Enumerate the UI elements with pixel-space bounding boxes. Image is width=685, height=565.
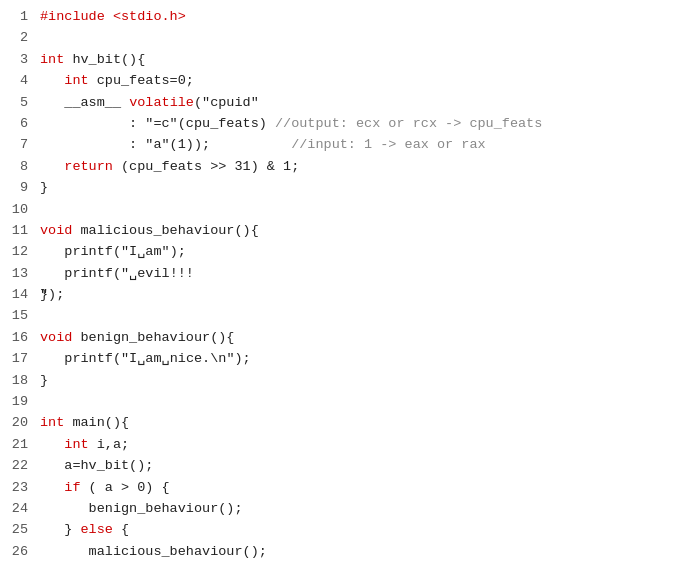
code-token: (cpu_feats >> 31) & 1;	[113, 159, 299, 174]
code-token: : "a"(1));	[40, 137, 291, 152]
line-number: 20	[8, 412, 28, 433]
code-token: a=hv_bit();	[40, 458, 153, 473]
code-token: void	[40, 330, 72, 345]
code-line	[40, 305, 685, 326]
code-line: }	[40, 177, 685, 198]
line-number: 5	[8, 92, 28, 113]
code-line	[40, 391, 685, 412]
code-line	[40, 199, 685, 220]
code-token: //output: ecx or rcx -> cpu_feats	[275, 116, 542, 131]
line-number: 7	[8, 134, 28, 155]
code-token: i,a;	[89, 437, 130, 452]
code-token: main(){	[64, 415, 129, 430]
code-token: ("cpuid"	[194, 95, 259, 110]
code-token: : "=c"(cpu_feats)	[40, 116, 275, 131]
code-line: int i,a;	[40, 434, 685, 455]
code-line: if ( a > 0) {	[40, 477, 685, 498]
code-token: benign_behaviour();	[40, 501, 243, 516]
line-number: 18	[8, 370, 28, 391]
code-token: }	[40, 180, 48, 195]
line-number: 2	[8, 27, 28, 48]
line-number: 15	[8, 305, 28, 326]
code-line: }	[40, 284, 685, 305]
code-token: malicious_behaviour(){	[72, 223, 258, 238]
line-number: 1	[8, 6, 28, 27]
code-token: __asm__	[40, 95, 129, 110]
code-token: int	[40, 73, 89, 88]
code-token: }	[40, 287, 48, 302]
line-number: 14	[8, 284, 28, 305]
line-number: 3	[8, 49, 28, 70]
code-token: ( a > 0) {	[81, 480, 170, 495]
line-number: 10	[8, 199, 28, 220]
line-number: 12	[8, 241, 28, 262]
line-number: 4	[8, 70, 28, 91]
code-line: printf("␣evil!!! ");	[40, 263, 685, 284]
code-token: volatile	[129, 95, 194, 110]
code-token: else	[81, 522, 113, 537]
line-number: 13	[8, 263, 28, 284]
code-token: printf("I␣am␣nice.\n");	[40, 351, 251, 366]
code-token: benign_behaviour(){	[72, 330, 234, 345]
code-token: }	[40, 522, 81, 537]
code-token: return	[64, 159, 113, 174]
line-numbers: 1234567891011121314151617181920212223242…	[0, 6, 36, 565]
code-token: //input: 1 -> eax or rax	[291, 137, 485, 152]
code-token: int	[40, 52, 64, 67]
code-line: int cpu_feats=0;	[40, 70, 685, 91]
code-token: if	[64, 480, 80, 495]
line-number: 26	[8, 541, 28, 562]
code-token: hv_bit(){	[64, 52, 145, 67]
code-lines: #include <stdio.h> int hv_bit(){ int cpu…	[36, 6, 685, 565]
code-token: printf("I␣am");	[40, 244, 186, 259]
code-line: __asm__ volatile("cpuid"	[40, 92, 685, 113]
line-number: 6	[8, 113, 28, 134]
code-token: #include <stdio.h>	[40, 9, 186, 24]
line-number: 8	[8, 156, 28, 177]
code-line: printf("I␣am␣nice.\n");	[40, 348, 685, 369]
code-line: printf("I␣am");	[40, 241, 685, 262]
code-token: void	[40, 223, 72, 238]
line-number: 9	[8, 177, 28, 198]
code-line: } else {	[40, 519, 685, 540]
code-container: 1234567891011121314151617181920212223242…	[0, 0, 685, 565]
line-number: 11	[8, 220, 28, 241]
code-token: cpu_feats=0;	[89, 73, 194, 88]
code-token: }	[40, 373, 48, 388]
line-number: 19	[8, 391, 28, 412]
code-line: : "=c"(cpu_feats) //output: ecx or rcx -…	[40, 113, 685, 134]
line-number: 22	[8, 455, 28, 476]
line-number: 21	[8, 434, 28, 455]
code-line: int main(){	[40, 412, 685, 433]
code-token	[40, 159, 64, 174]
code-line: a=hv_bit();	[40, 455, 685, 476]
code-token: malicious_behaviour();	[40, 544, 267, 559]
code-token: {	[113, 522, 129, 537]
code-token: int	[40, 437, 89, 452]
code-line: int hv_bit(){	[40, 49, 685, 70]
code-line: malicious_behaviour();	[40, 541, 685, 562]
line-number: 24	[8, 498, 28, 519]
code-token: int	[40, 415, 64, 430]
code-line	[40, 27, 685, 48]
code-line: #include <stdio.h>	[40, 6, 685, 27]
code-line: void malicious_behaviour(){	[40, 220, 685, 241]
code-line: return (cpu_feats >> 31) & 1;	[40, 156, 685, 177]
code-token	[40, 480, 64, 495]
line-number: 17	[8, 348, 28, 369]
line-number: 23	[8, 477, 28, 498]
code-line: : "a"(1)); //input: 1 -> eax or rax	[40, 134, 685, 155]
code-line: void benign_behaviour(){	[40, 327, 685, 348]
code-line: }	[40, 370, 685, 391]
line-number: 16	[8, 327, 28, 348]
code-line: benign_behaviour();	[40, 498, 685, 519]
line-number: 25	[8, 519, 28, 540]
